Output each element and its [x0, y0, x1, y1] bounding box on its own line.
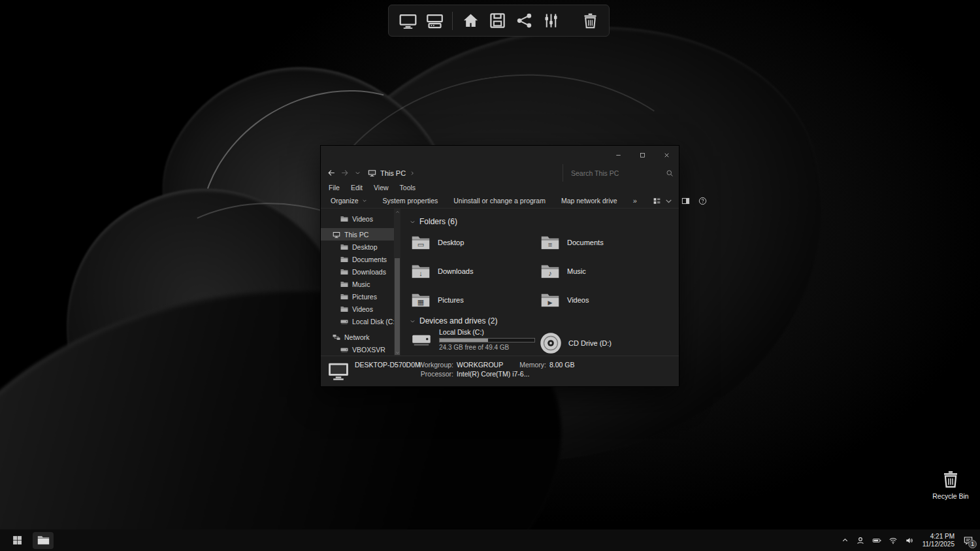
help-button[interactable]	[698, 197, 707, 205]
folders-section-header[interactable]: Folders (6)	[410, 215, 679, 228]
tray-overflow-button[interactable]	[841, 537, 849, 544]
devices-section-header[interactable]: Devices and drives (2)	[410, 314, 679, 327]
this-pc-icon	[368, 169, 376, 177]
titlebar[interactable]	[321, 146, 679, 164]
menu-file[interactable]: File	[329, 184, 340, 192]
menu-tools[interactable]: Tools	[400, 184, 416, 192]
folder-tile-label: Pictures	[438, 296, 464, 304]
home-toolbar-button[interactable]	[458, 8, 483, 33]
sidebar-item-label: Videos	[352, 305, 373, 313]
sidebar-item-network[interactable]: Network	[321, 331, 394, 343]
sidebar-item-label: Local Disk (C:)	[352, 318, 394, 326]
sidebar-item-this-pc[interactable]: This PC	[321, 228, 394, 241]
clock-date: 11/12/2025	[923, 541, 955, 548]
chevron-down-icon	[355, 170, 361, 176]
folder-tile-pictures[interactable]: Pictures	[410, 286, 539, 314]
arrow-left-icon	[327, 169, 336, 177]
sidebar-item-label: This PC	[344, 231, 368, 239]
scroll-up-icon[interactable]	[394, 209, 400, 215]
recent-locations-button[interactable]	[351, 166, 364, 180]
chevron-up-icon	[841, 537, 849, 544]
menu-edit[interactable]: Edit	[351, 184, 363, 192]
close-button[interactable]	[655, 146, 679, 164]
display-toolbar-button[interactable]	[395, 8, 420, 33]
folder-tile-desktop[interactable]: Desktop	[410, 228, 539, 257]
forward-button[interactable]	[338, 166, 351, 180]
tray-volume-button[interactable]	[905, 536, 914, 545]
search-input[interactable]	[571, 169, 666, 177]
documents-folder-icon	[539, 233, 561, 252]
search-box[interactable]	[563, 164, 679, 182]
sidebar-item-label: Desktop	[352, 243, 378, 251]
folder-icon	[340, 280, 348, 288]
organize-button[interactable]: Organize	[331, 197, 367, 205]
computer-icon	[326, 359, 351, 383]
address-bar[interactable]: This PC	[368, 169, 415, 177]
back-button[interactable]	[325, 166, 338, 180]
folder-tile-videos[interactable]: Videos	[539, 286, 668, 314]
sidebar-item-local-disk[interactable]: Local Disk (C:)	[321, 315, 394, 327]
computer-name: DESKTOP-D570D0M	[355, 361, 421, 369]
sidebar-item-music[interactable]: Music	[321, 278, 394, 290]
notification-center-button[interactable]: 1	[963, 535, 973, 546]
organize-label: Organize	[331, 197, 359, 205]
drive-tile-cd[interactable]: CD Drive (D:)	[539, 328, 679, 356]
preview-pane-button[interactable]	[681, 197, 690, 205]
sidebar-item-label: Pictures	[352, 293, 377, 301]
volume-icon	[905, 536, 914, 545]
sidebar-scrollbar[interactable]	[394, 209, 400, 356]
devices-toolbar-button[interactable]	[422, 8, 447, 33]
chevron-down-icon	[362, 198, 367, 203]
file-explorer-taskbar-button[interactable]	[33, 532, 54, 549]
folder-tile-label: Music	[567, 267, 586, 275]
sidebar-item-videos-top[interactable]: Videos	[321, 212, 394, 225]
change-view-button[interactable]	[653, 197, 673, 205]
close-icon	[663, 152, 670, 159]
storage-toolbar-button[interactable]	[485, 8, 510, 33]
minimize-button[interactable]	[606, 146, 630, 164]
notification-badge: 1	[968, 540, 977, 548]
scrollbar-thumb[interactable]	[395, 258, 400, 355]
downloads-folder-icon	[410, 262, 432, 281]
sidebar-item-documents[interactable]: Documents	[321, 253, 394, 265]
drive-tile-local-disk[interactable]: Local Disk (C:) 24.3 GB free of 49.4 GB	[410, 328, 539, 356]
menu-view[interactable]: View	[374, 184, 389, 192]
processor-value: Intel(R) Core(TM) i7-6...	[457, 370, 529, 378]
sidebar-item-videos[interactable]: Videos	[321, 303, 394, 315]
sidebar-item-downloads[interactable]: Downloads	[321, 265, 394, 278]
folder-tile-downloads[interactable]: Downloads	[410, 257, 539, 286]
start-button[interactable]	[7, 531, 27, 550]
maximize-button[interactable]	[630, 146, 655, 164]
folder-tile-documents[interactable]: Documents	[539, 228, 668, 257]
breadcrumb-location[interactable]: This PC	[380, 169, 406, 177]
map-network-drive-button[interactable]: Map network drive	[561, 197, 617, 205]
system-properties-button[interactable]: System properties	[383, 197, 438, 205]
processor-label: Processor:	[406, 370, 453, 378]
taskbar-clock[interactable]: 4:21 PM 11/12/2025	[923, 533, 955, 548]
sliders-icon	[542, 12, 560, 29]
desktop-screen: Recycle Bin This PC File Edit	[0, 0, 980, 551]
folder-icon	[340, 256, 348, 263]
tray-network-button[interactable]	[889, 536, 898, 545]
sidebar-item-vboxsvr[interactable]: VBOXSVR	[321, 343, 394, 356]
workgroup-label: Workgroup:	[412, 361, 453, 369]
search-icon[interactable]	[666, 169, 674, 177]
cd-disc-icon	[539, 331, 563, 355]
sidebar-item-desktop[interactable]: Desktop	[321, 241, 394, 253]
folder-icon	[340, 293, 348, 301]
network-share-icon	[515, 12, 533, 29]
tray-person-button[interactable]	[856, 536, 865, 545]
settings-toolbar-button[interactable]	[538, 8, 563, 33]
network-signal-icon	[889, 536, 898, 545]
commandbar-overflow-button[interactable]: »	[633, 197, 637, 205]
tray-battery-button[interactable]	[872, 536, 881, 545]
trash-toolbar-button[interactable]	[578, 8, 602, 33]
sidebar-item-pictures[interactable]: Pictures	[321, 290, 394, 303]
scroll-down-icon[interactable]	[394, 349, 400, 356]
folder-tile-music[interactable]: Music	[539, 257, 668, 286]
uninstall-program-button[interactable]: Uninstall or change a program	[453, 197, 546, 205]
recycle-bin-shortcut[interactable]: Recycle Bin	[930, 468, 971, 500]
chevron-right-icon[interactable]	[410, 171, 415, 176]
share-toolbar-button[interactable]	[512, 8, 536, 33]
folders-grid: Desktop Documents Downloads Music	[410, 228, 679, 314]
